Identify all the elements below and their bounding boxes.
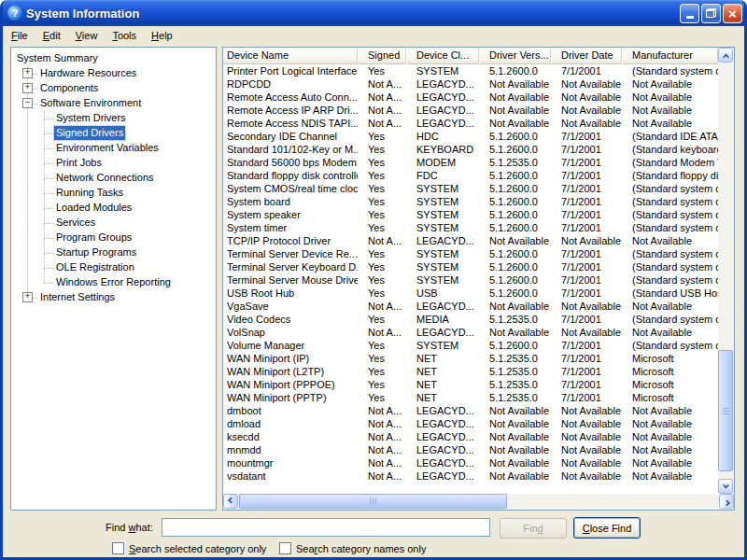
find-input[interactable]: [162, 518, 490, 537]
tree-item-loaded-modules[interactable]: Loaded Modules: [11, 201, 216, 216]
tree-item-ole-registration[interactable]: OLE Registration: [11, 260, 216, 275]
table-row[interactable]: vsdatantNot A...LEGACYD...Not AvailableN…: [223, 469, 718, 483]
table-row[interactable]: mountmgrNot A...LEGACYD...Not AvailableN…: [223, 456, 718, 469]
table-row[interactable]: System boardYesSYSTEM5.1.2600.07/1/2001(…: [223, 195, 718, 208]
expand-plus-icon[interactable]: +: [22, 292, 33, 302]
column-header-signed[interactable]: Signed: [358, 48, 406, 64]
tree-item-services[interactable]: Services: [11, 216, 216, 231]
table-row[interactable]: WAN Miniport (PPPOE)YesNET5.1.2535.07/1/…: [223, 378, 718, 391]
tree-item-internet-settings[interactable]: +Internet Settings: [11, 290, 216, 305]
table-row[interactable]: Volume ManagerYesSYSTEM5.1.2600.07/1/200…: [223, 339, 718, 352]
table-row[interactable]: Printer Port Logical InterfaceYesSYSTEM5…: [223, 64, 718, 77]
table-row[interactable]: System CMOS/real time clockYesSYSTEM5.1.…: [223, 182, 718, 195]
table-cell: Yes: [358, 169, 406, 182]
find-button[interactable]: Find: [500, 518, 567, 539]
tree-item-label: Network Connections: [54, 171, 156, 185]
tree-item-software-environment[interactable]: −Software Environment: [11, 96, 216, 111]
tree-item-program-groups[interactable]: Program Groups: [11, 231, 216, 245]
table-row[interactable]: Standard 56000 bps ModemYesMODEM5.1.2535…: [223, 156, 718, 169]
table-row[interactable]: Secondary IDE ChannelYesHDC5.1.2600.07/1…: [223, 130, 718, 143]
menu-help[interactable]: Help: [144, 28, 180, 43]
tree-item-label: System Summary: [15, 51, 100, 65]
table-row[interactable]: Remote Access NDIS TAPI...Not A...LEGACY…: [223, 117, 718, 130]
table-row[interactable]: dmloadNot A...LEGACYD...Not AvailableNot…: [223, 417, 718, 430]
table-cell: 5.1.2600.0: [479, 247, 551, 260]
column-header-device-name[interactable]: Device Name: [223, 48, 358, 64]
table-row[interactable]: Terminal Server Mouse DriverYesSYSTEM5.1…: [223, 273, 718, 287]
table-row[interactable]: Standard floppy disk controllerYesFDC5.1…: [223, 169, 718, 182]
search-category-names-label: Search category names only: [296, 543, 426, 554]
scroll-up-button[interactable]: [718, 48, 733, 63]
table-cell: Yes: [358, 156, 406, 169]
vertical-scrollbar[interactable]: [718, 48, 734, 494]
table-row[interactable]: mnmddNot A...LEGACYD...Not AvailableNot …: [223, 443, 718, 456]
table-cell: 7/1/2001: [551, 130, 622, 143]
table-cell: Yes: [358, 143, 406, 156]
table-cell: Not Available: [551, 77, 622, 91]
close-find-button[interactable]: Close Find: [573, 517, 641, 539]
close-button[interactable]: ×: [723, 4, 742, 23]
tree-item-print-jobs[interactable]: Print Jobs: [11, 156, 216, 171]
table-row[interactable]: TCP/IP Protocol DriverNot A...LEGACYD...…: [223, 234, 718, 247]
title-bar[interactable]: ? System Information ×: [0, 0, 747, 26]
column-header-driver-vers[interactable]: Driver Vers...: [479, 48, 551, 64]
table-cell: 7/1/2001: [551, 169, 622, 182]
table-row[interactable]: WAN Miniport (PPTP)YesNET5.1.2535.07/1/2…: [223, 391, 718, 404]
tree-item-startup-programs[interactable]: Startup Programs: [11, 245, 216, 260]
table-row[interactable]: Terminal Server Device Re...YesSYSTEM5.1…: [223, 247, 718, 260]
table-row[interactable]: dmbootNot A...LEGACYD...Not AvailableNot…: [223, 404, 718, 417]
table-cell: 5.1.2600.0: [479, 169, 551, 182]
tree-item-signed-drivers[interactable]: Signed Drivers: [11, 126, 216, 141]
tree-item-windows-error-reporting[interactable]: Windows Error Reporting: [11, 275, 216, 290]
column-header-manufacturer[interactable]: Manufacturer: [622, 48, 718, 64]
table-row[interactable]: Remote Access Auto Conn...Not A...LEGACY…: [223, 91, 718, 104]
table-row[interactable]: WAN Miniport (L2TP)YesNET5.1.2535.07/1/2…: [223, 365, 718, 378]
restore-button[interactable]: [701, 4, 721, 23]
table-row[interactable]: USB Root HubYesUSB5.1.2600.07/1/2001(Sta…: [223, 287, 718, 300]
table-row[interactable]: Standard 101/102-Key or M...YesKEYBOARD5…: [223, 143, 718, 156]
table-row[interactable]: Remote Access IP ARP Dri...Not A...LEGAC…: [223, 104, 718, 117]
menu-edit[interactable]: Edit: [35, 28, 68, 43]
table-row[interactable]: System timerYesSYSTEM5.1.2600.07/1/2001(…: [223, 221, 718, 234]
scroll-left-button[interactable]: [223, 494, 238, 509]
expand-plus-icon[interactable]: +: [22, 83, 33, 93]
tree-item-label: Loaded Modules: [54, 201, 134, 215]
table-row[interactable]: Terminal Server Keyboard D...YesSYSTEM5.…: [223, 260, 718, 273]
column-header-driver-date[interactable]: Driver Date: [551, 48, 622, 64]
table-cell: Not Available: [479, 300, 551, 313]
search-category-names-checkbox[interactable]: [279, 542, 291, 554]
table-row[interactable]: ksecddNot A...LEGACYD...Not AvailableNot…: [223, 430, 718, 443]
minimize-button[interactable]: [680, 4, 699, 23]
tree-item-network-connections[interactable]: Network Connections: [11, 171, 216, 186]
column-header-device-cl[interactable]: Device Cl...: [406, 48, 479, 64]
table-row[interactable]: VolSnapNot A...LEGACYD...Not AvailableNo…: [223, 326, 718, 339]
table-row[interactable]: System speakerYesSYSTEM5.1.2600.07/1/200…: [223, 208, 718, 221]
table-cell: SYSTEM: [406, 247, 479, 260]
expand-plus-icon[interactable]: +: [22, 68, 33, 78]
menu-view[interactable]: View: [68, 28, 106, 43]
scroll-down-button[interactable]: [718, 479, 733, 494]
search-selected-category-checkbox[interactable]: [112, 542, 124, 554]
tree-item-hardware-resources[interactable]: +Hardware Resources: [11, 66, 216, 81]
table-cell: 7/1/2001: [551, 352, 622, 365]
tree-item-environment-variables[interactable]: Environment Variables: [11, 141, 216, 156]
tree-item-system-summary[interactable]: System Summary: [11, 51, 216, 66]
table-cell: System timer: [223, 221, 358, 234]
table-row[interactable]: WAN Miniport (IP)YesNET5.1.2535.07/1/200…: [223, 352, 718, 365]
tree-item-system-drivers[interactable]: System Drivers: [11, 111, 216, 126]
table-cell: 5.1.2600.0: [479, 143, 551, 156]
table-row[interactable]: VgaSaveNot A...LEGACYD...Not AvailableNo…: [223, 300, 718, 313]
tree-item-label: Software Environment: [38, 96, 143, 110]
scroll-right-button[interactable]: [719, 494, 734, 509]
collapse-minus-icon[interactable]: −: [22, 98, 33, 108]
vertical-scrollbar-thumb[interactable]: [718, 350, 733, 471]
table-row[interactable]: RDPCDDNot A...LEGACYD...Not AvailableNot…: [223, 77, 718, 91]
horizontal-scrollbar[interactable]: [223, 494, 734, 510]
tree-item-label: Program Groups: [54, 231, 134, 245]
table-row[interactable]: Video CodecsYesMEDIA5.1.2535.07/1/2001(S…: [223, 313, 718, 326]
menu-file[interactable]: File: [4, 28, 35, 43]
menu-tools[interactable]: Tools: [105, 28, 144, 43]
tree-item-running-tasks[interactable]: Running Tasks: [11, 186, 216, 201]
tree-item-components[interactable]: +Components: [11, 81, 216, 96]
horizontal-scrollbar-thumb[interactable]: [239, 494, 507, 509]
